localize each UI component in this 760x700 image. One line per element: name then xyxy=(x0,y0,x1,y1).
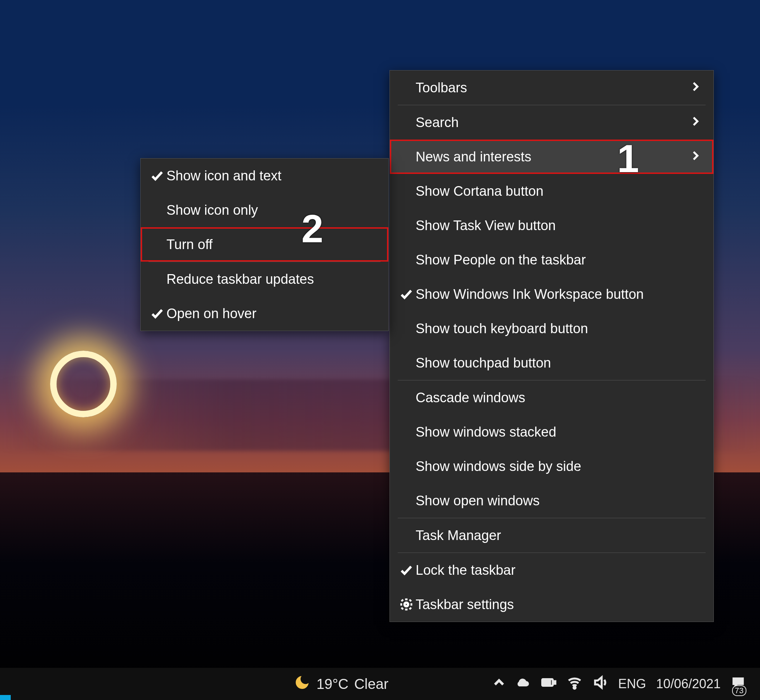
menu-item-cascade[interactable]: Cascade windows xyxy=(390,380,713,415)
menu-item-search[interactable]: Search xyxy=(390,105,713,139)
menu-item-touchpad[interactable]: Show touchpad button xyxy=(390,346,713,380)
taskbar-weather-widget[interactable]: 19°C Clear xyxy=(294,674,388,694)
menu-item-taskbar-settings[interactable]: Taskbar settings xyxy=(390,587,713,622)
menu-item-stacked[interactable]: Show windows stacked xyxy=(390,415,713,449)
onedrive-icon[interactable] xyxy=(515,675,531,694)
menu-item-news-interests[interactable]: News and interests xyxy=(390,139,713,174)
svg-point-0 xyxy=(405,603,408,606)
start-button-peek[interactable] xyxy=(0,695,11,700)
wifi-icon[interactable] xyxy=(567,675,582,694)
wallpaper-eclipse-sun xyxy=(50,351,117,417)
weather-temperature: 19°C xyxy=(316,676,348,692)
menu-label: Show touch keyboard button xyxy=(416,321,701,336)
menu-label: Open on hover xyxy=(166,306,376,321)
check-icon xyxy=(397,563,416,577)
chevron-right-icon xyxy=(690,149,701,165)
taskbar-context-menu: Toolbars Search News and interests Show … xyxy=(389,70,714,622)
submenu-item-turn-off[interactable]: Turn off xyxy=(141,227,388,262)
menu-label: Turn off xyxy=(166,237,376,252)
menu-item-lock-taskbar[interactable]: Lock the taskbar xyxy=(390,553,713,587)
menu-label: Toolbars xyxy=(416,80,690,95)
battery-icon[interactable] xyxy=(541,675,557,694)
menu-label: Show icon only xyxy=(166,203,376,218)
menu-item-people[interactable]: Show People on the taskbar xyxy=(390,243,713,277)
menu-label: Show Task View button xyxy=(416,218,701,233)
menu-item-open-windows[interactable]: Show open windows xyxy=(390,483,713,518)
menu-item-task-manager[interactable]: Task Manager xyxy=(390,518,713,553)
moon-icon xyxy=(294,674,311,694)
check-icon xyxy=(148,169,166,183)
menu-label: Show windows side by side xyxy=(416,459,701,474)
menu-label: Cascade windows xyxy=(416,390,701,405)
chevron-right-icon xyxy=(690,115,701,130)
svg-point-4 xyxy=(574,686,575,689)
menu-label: Lock the taskbar xyxy=(416,562,701,578)
menu-item-touch-keyboard[interactable]: Show touch keyboard button xyxy=(390,311,713,346)
notification-count-badge: 73 xyxy=(732,685,746,696)
menu-label: Search xyxy=(416,115,690,130)
menu-item-ink-workspace[interactable]: Show Windows Ink Workspace button xyxy=(390,277,713,311)
menu-item-cortana[interactable]: Show Cortana button xyxy=(390,174,713,208)
menu-label: Task Manager xyxy=(416,528,701,543)
weather-condition: Clear xyxy=(354,676,388,692)
chevron-right-icon xyxy=(690,80,701,95)
menu-label: Show Cortana button xyxy=(416,184,701,199)
menu-label: Show touchpad button xyxy=(416,355,701,371)
menu-label: Reduce taskbar updates xyxy=(166,272,376,287)
gear-icon xyxy=(397,597,416,612)
menu-label: Show windows stacked xyxy=(416,425,701,440)
menu-label: Show icon and text xyxy=(166,168,376,184)
action-center-icon[interactable]: 73 xyxy=(731,675,746,693)
submenu-item-icon-only[interactable]: Show icon only xyxy=(141,193,388,227)
taskbar-date[interactable]: 10/06/2021 xyxy=(656,677,721,691)
menu-label: News and interests xyxy=(416,149,690,165)
sound-icon[interactable] xyxy=(593,675,608,694)
menu-item-toolbars[interactable]: Toolbars xyxy=(390,70,713,105)
menu-label: Taskbar settings xyxy=(416,597,701,612)
svg-rect-3 xyxy=(554,681,555,684)
submenu-item-icon-text[interactable]: Show icon and text xyxy=(141,159,388,193)
menu-label: Show open windows xyxy=(416,493,701,509)
submenu-item-open-on-hover[interactable]: Open on hover xyxy=(141,296,388,331)
input-language[interactable]: ENG xyxy=(618,677,646,691)
news-interests-submenu: Show icon and text Show icon only Turn o… xyxy=(140,158,389,331)
menu-label: Show People on the taskbar xyxy=(416,252,701,268)
windows-taskbar[interactable]: 19°C Clear ENG 10/06/2021 73 xyxy=(0,668,760,700)
check-icon xyxy=(397,287,416,302)
check-icon xyxy=(148,306,166,321)
svg-rect-2 xyxy=(543,680,550,684)
menu-item-side-by-side[interactable]: Show windows side by side xyxy=(390,449,713,483)
menu-item-task-view[interactable]: Show Task View button xyxy=(390,208,713,243)
submenu-item-reduce-updates[interactable]: Reduce taskbar updates xyxy=(141,262,388,296)
tray-overflow-chevron-icon[interactable] xyxy=(493,677,505,692)
menu-label: Show Windows Ink Workspace button xyxy=(416,287,701,302)
